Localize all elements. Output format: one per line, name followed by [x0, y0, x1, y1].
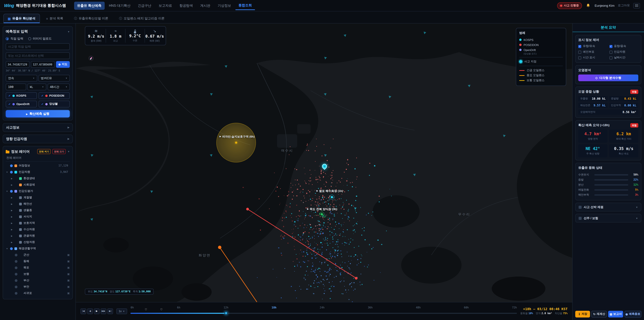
model-toggle[interactable]: ✓ KOSPS [6, 92, 37, 99]
step-back-button[interactable]: ◀ [87, 308, 93, 314]
model-toggle[interactable]: ✓ 앙상블 [38, 101, 70, 107]
owner-insurance-section[interactable]: 선주 / 보험 ▼ [575, 214, 641, 222]
nav-item[interactable]: 긴급구난 [135, 2, 154, 10]
nav-item[interactable]: 기상정보 [215, 2, 234, 10]
layer-row[interactable]: 부안 ▣ [6, 283, 70, 290]
layer-toggle-dot[interactable] [10, 164, 13, 167]
all-layers-on-button[interactable]: 전체 켜기 [37, 149, 51, 154]
logout-button[interactable]: 로그아웃 [618, 3, 630, 8]
spill-type-select[interactable]: 연속▼ [6, 75, 37, 82]
layer-toggle-dot[interactable] [15, 266, 18, 269]
tab[interactable]: ⓘ 오일펜스 배치 알고리즘 이론 [114, 14, 169, 23]
compass-icon[interactable] [88, 56, 94, 61]
tab[interactable]: ⓘ 유출유확산모델 이론 [70, 14, 112, 23]
layer-row[interactable]: ▶ 서식지 [6, 213, 70, 220]
layer-list-icon[interactable]: ▣ [67, 279, 70, 282]
layer-toggle-dot[interactable] [15, 285, 18, 288]
layer-toggle-dot[interactable] [10, 190, 13, 192]
layer-list-icon[interactable]: ▣ [67, 272, 70, 275]
run-prediction-button[interactable]: ▸확산예측 실행 [6, 110, 70, 117]
display-option-checkbox[interactable]: ✓ 풍향/풍속 [609, 44, 638, 48]
hamburger-menu-icon[interactable] [633, 3, 640, 8]
display-option-checkbox[interactable]: ✓ 시간 표시 [578, 56, 607, 60]
layer-row[interactable]: 부산 ▣ [6, 277, 70, 283]
nav-item[interactable]: 게시판 [197, 2, 213, 10]
fast-forward-button[interactable]: ▶▶ [100, 308, 106, 314]
radio-direct-input[interactable]: 직접 입력 [6, 37, 23, 41]
layer-row[interactable]: ▶ 보호지역 [6, 220, 70, 226]
layer-row[interactable]: ▶ 수산자원 [6, 226, 70, 233]
layer-toggle-dot[interactable] [10, 171, 13, 173]
layer-row[interactable]: ▼ 민감자원 3,947 [6, 169, 70, 175]
layer-list-icon[interactable]: ▣ [67, 266, 70, 269]
prediction-input-header[interactable]: 예측정보 입력 ▼ [6, 29, 70, 34]
timeline-ruler[interactable]: 0h6h12h18h24h36h48h60h72h ♡♡ [131, 305, 517, 317]
display-option-checkbox[interactable]: ✓ 민감자원 [609, 50, 638, 54]
skip-end-button[interactable]: ▶| [107, 308, 113, 314]
layer-list-icon[interactable]: ▣ [67, 253, 70, 256]
nav-item[interactable]: HNS·대기확산 [106, 2, 134, 10]
amount-input[interactable] [6, 84, 26, 90]
layer-row[interactable]: ▶ 사회경제 [6, 182, 70, 188]
layer-toggle-dot[interactable] [15, 273, 18, 275]
layer-row[interactable]: ▶ 산업자원 [6, 239, 70, 245]
layer-row[interactable]: ▼ 민감도평가 [6, 188, 70, 194]
impact-resources-section[interactable]: 영향 민감자원 ▶ [3, 135, 73, 143]
fence-deploy-marker-icon[interactable]: ♡ [160, 308, 162, 311]
display-option-checkbox[interactable]: ✓ 예인부표 [578, 50, 607, 54]
layer-row[interactable]: ▼ 해경관할구역 [6, 245, 70, 252]
model-toggle[interactable]: ✓ OpenDrift [6, 101, 37, 107]
layer-list-icon[interactable]: ▣ [67, 260, 70, 263]
pick-on-map-button[interactable]: ⊕지도 [56, 61, 70, 68]
nav-item[interactable]: 항공탐색 [176, 2, 196, 10]
latitude-input[interactable] [6, 61, 30, 68]
action-button[interactable]: ↻ 재계산 [591, 310, 607, 317]
layer-toggle-dot[interactable] [10, 247, 13, 250]
nav-item[interactable]: 보고자료 [156, 2, 175, 10]
layer-row[interactable]: ▶ 관광자원 [6, 233, 70, 239]
skip-start-button[interactable]: |◀ [80, 308, 86, 314]
timeline-handle[interactable] [224, 311, 228, 315]
tab[interactable]: ≡ 분석 목록 [42, 14, 68, 23]
layers-header[interactable]: 정보 레이어 전체 켜기 전체 끄기 ▼ [6, 149, 70, 154]
action-button[interactable]: ▤ 보고서 [608, 310, 623, 317]
tab[interactable]: ▧ 유출유 확산분석 [3, 14, 40, 23]
display-option-checkbox[interactable]: ✓ 날짜시간 [609, 56, 638, 60]
layer-row[interactable]: 보령 ▣ [6, 271, 70, 277]
layer-row[interactable]: ▶ 해안선 [6, 201, 70, 207]
display-option-checkbox[interactable]: ✓ 유향/유속 [578, 44, 607, 48]
all-layers-off-button[interactable]: 전체 끄기 [52, 149, 66, 154]
nav-item[interactable]: 유출유 확산예측 [74, 2, 105, 10]
layer-toggle-dot[interactable] [15, 292, 18, 294]
oil-type-select[interactable]: 벙커C유▼ [38, 75, 70, 82]
accident-info-section[interactable]: 사고정보 ▶ [3, 123, 73, 132]
action-button[interactable]: ↧ 저장 [575, 310, 590, 317]
unit-select[interactable]: kL▼ [28, 84, 46, 90]
layer-row[interactable]: 군산 ▣ [6, 252, 70, 258]
model-toggle[interactable]: ✓ POSEIDON [38, 92, 70, 99]
accident-name-input[interactable] [6, 43, 70, 50]
longitude-input[interactable] [31, 61, 55, 68]
action-button[interactable]: ◉ 예측종료 [624, 310, 641, 317]
radio-image-upload[interactable]: 이미지 업로드 [28, 37, 52, 41]
layer-row[interactable]: 서귀포 ▣ [6, 290, 70, 296]
layer-list-icon[interactable]: ▣ [67, 285, 70, 288]
notification-bell-icon[interactable] [585, 3, 591, 9]
play-button[interactable]: ▶ [94, 308, 100, 314]
duration-select[interactable]: 48시간▼ [48, 84, 70, 90]
layer-row[interactable]: 동해 ▣ [6, 258, 70, 264]
polygon-analysis-button[interactable]: ◇ 다각형 분석수행 [578, 75, 638, 81]
layer-toggle-dot[interactable] [15, 253, 18, 256]
fence-deploy-marker-icon[interactable]: ♡ [145, 308, 147, 311]
layer-row[interactable]: 어장정보 17,129 [6, 162, 70, 169]
accident-list-input[interactable] [6, 52, 70, 59]
layer-row[interactable]: ▶ 환경생태 [6, 175, 70, 182]
layer-list-icon[interactable]: ▣ [67, 292, 70, 295]
layer-toggle-dot[interactable] [15, 279, 18, 282]
tab-analysis-summary[interactable]: 분석 요약 [572, 24, 644, 32]
playback-speed-select[interactable]: 1x▼ [116, 308, 127, 314]
layer-toggle-dot[interactable] [15, 260, 18, 263]
ship-spec-section[interactable]: 사고 선박 제원 ▼ [575, 203, 641, 211]
left-sidebar[interactable]: 예측정보 입력 ▼ 직접 입력 이미지 업로드 ⊕지도 34° 44' 30.5… [0, 24, 76, 320]
layer-row[interactable]: ▶ 생물종 [6, 207, 70, 213]
